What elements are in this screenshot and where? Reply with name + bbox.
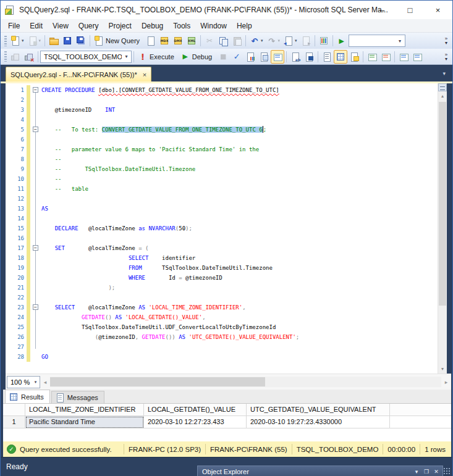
code-text: -- [41, 174, 62, 184]
code-line-25: 25 TSqlToolbox.DateTimeUtil.UDF_ConvertL… [6, 322, 438, 332]
scroll-up-icon[interactable]: ▴ [438, 91, 447, 101]
save-all-button[interactable] [74, 34, 88, 48]
results-to-grid-button[interactable] [334, 50, 347, 64]
standard-combo[interactable]: ▾ [349, 35, 405, 47]
chevron-down-icon[interactable]: ▾ [39, 38, 41, 43]
chevron-down-icon[interactable]: ▾ [22, 38, 24, 43]
zoom-select[interactable]: 100 % ▾ [7, 376, 40, 388]
editor-code-area[interactable]: 1−CREATE PROCEDURE [dbo].[CONVERT_GETDAT… [6, 83, 447, 374]
close-button[interactable]: × [424, 1, 452, 19]
debug-button[interactable]: Debug [179, 50, 216, 64]
scroll-down-icon[interactable]: ▾ [438, 364, 447, 374]
copy-button[interactable] [216, 34, 230, 48]
grid-column-header[interactable]: UTC_GETDATE()_VALUE_EQUIVALENT [247, 404, 390, 416]
template-parameters-button[interactable] [289, 50, 302, 64]
line-number: 21 [6, 283, 27, 293]
grid-column-header[interactable]: LOCAL_GETDATE()_VALUE [144, 404, 247, 416]
resize-grip[interactable] [443, 467, 451, 475]
save-button[interactable] [61, 34, 74, 48]
tab-messages[interactable]: Messages [51, 391, 104, 403]
token-kw: AS [138, 304, 145, 311]
query-designer-button[interactable] [257, 50, 271, 64]
toolbar-separator [44, 35, 45, 46]
decrease-indent-button[interactable] [397, 50, 410, 64]
chevron-down-icon[interactable]: ▾ [278, 38, 281, 43]
change-connection-button[interactable]: × [22, 50, 36, 64]
editor-horizontal-scrollbar[interactable] [50, 377, 441, 387]
results-to-text-button[interactable] [320, 50, 334, 64]
fold-collapse-icon[interactable]: − [33, 87, 38, 93]
token-kw: WHERE [129, 275, 145, 281]
database-engine-query-button[interactable] [144, 34, 158, 48]
mdx-query-button[interactable]: MDX [158, 34, 171, 48]
comment-button[interactable] [365, 50, 379, 64]
menu-edit[interactable]: Edit [25, 20, 48, 31]
line-number: 11 [6, 184, 27, 194]
database-combo[interactable]: TSQL_TOOLBOX_DEMO▾ [40, 51, 132, 63]
menu-window[interactable]: Window [195, 20, 232, 31]
floppy-icon [62, 36, 72, 46]
grid-row-header[interactable]: 1 [3, 416, 25, 428]
navigate-backward-button[interactable]: ▾ [282, 34, 299, 48]
code-text: GO [41, 352, 48, 362]
estimated-plan-button[interactable] [243, 50, 257, 64]
object-explorer-titlebar[interactable]: Object Explorer ▾ ❐ ✕ [197, 466, 443, 476]
splitter-handle[interactable] [438, 83, 447, 91]
fold-collapse-icon[interactable]: − [33, 127, 38, 132]
new-file-button[interactable]: ▾ [9, 34, 26, 48]
start-button[interactable] [335, 34, 349, 48]
dmx-query-button[interactable]: DMX [171, 34, 185, 48]
document-list-dropdown-icon[interactable]: ▾ [442, 70, 446, 77]
results-to-file-button[interactable] [347, 50, 361, 64]
grid-cell[interactable]: Pacific Standard Time [25, 416, 144, 428]
open-file-button[interactable] [47, 34, 61, 48]
parse-button[interactable] [230, 50, 243, 64]
uncomment-button[interactable] [379, 50, 392, 64]
grid-cell[interactable]: 2020-03-10 19:27:23.4330000 [247, 416, 390, 428]
xmla-query-button[interactable]: XML [185, 34, 198, 48]
sqlcmd-mode-button[interactable] [302, 50, 316, 64]
grid-cell[interactable]: 2020-03-10 12:27:23.433 [144, 416, 247, 428]
menu-help[interactable]: Help [232, 20, 257, 31]
activity-monitor-button[interactable] [317, 34, 331, 48]
horizontal-scroll-thumb[interactable] [50, 377, 265, 386]
token-kw: FROM [129, 265, 142, 271]
token-pl [65, 245, 88, 251]
menu-debug[interactable]: Debug [137, 20, 168, 31]
toolbar-overflow-button[interactable]: »▾ [442, 36, 451, 45]
tab-sqlquery2[interactable]: SQLQuery2.sql - F...NK-PC\FRANK (55))* × [6, 67, 151, 81]
new-query-button[interactable]: New Query [92, 34, 144, 48]
menu-project[interactable]: Project [104, 20, 137, 31]
chevron-down-icon[interactable]: ▾ [295, 38, 297, 43]
panel-pin-icon[interactable]: ❐ [421, 469, 431, 475]
maximize-button[interactable]: □ [396, 1, 424, 19]
execute-button[interactable]: Execute [136, 50, 179, 64]
chevron-down-icon[interactable]: ▾ [396, 38, 405, 44]
param-icon [290, 52, 300, 62]
fold-collapse-icon[interactable]: − [33, 304, 38, 310]
toolbar-overflow-button[interactable]: »▾ [442, 52, 451, 61]
menu-query[interactable]: Query [74, 20, 104, 31]
fold-collapse-icon[interactable]: − [33, 245, 38, 251]
chevron-down-icon[interactable]: ▾ [122, 54, 131, 59]
vertical-scroll-thumb[interactable] [439, 102, 446, 306]
tab-results[interactable]: Results [5, 390, 50, 403]
minimize-button[interactable]: – [368, 1, 396, 19]
panel-menu-icon[interactable]: ▾ [412, 469, 421, 475]
grid-column-header[interactable]: LOCAL_TIME_ZONE_IDENTIFIER [25, 404, 144, 416]
scroll-right-icon[interactable]: ▸ [441, 379, 451, 385]
menu-view[interactable]: View [48, 20, 74, 31]
page-arrow-icon [284, 36, 294, 46]
results-pane-button[interactable] [271, 50, 284, 64]
editor-vertical-scrollbar[interactable]: ▴ ▾ [438, 83, 447, 374]
chevron-down-icon[interactable]: ▾ [261, 38, 263, 43]
status-separator [383, 444, 383, 454]
menu-file[interactable]: File [3, 20, 25, 31]
scroll-left-icon[interactable]: ◂ [40, 379, 50, 385]
panel-close-icon[interactable]: ✕ [431, 469, 441, 475]
undo-button[interactable]: ▾ [248, 34, 265, 48]
code-text: GETDATE() AS 'LOCAL_GETDATE()_VALUE', [41, 312, 206, 322]
increase-indent-button[interactable] [410, 50, 424, 64]
menu-tools[interactable]: Tools [168, 20, 195, 31]
tab-close-icon[interactable]: × [143, 71, 146, 78]
